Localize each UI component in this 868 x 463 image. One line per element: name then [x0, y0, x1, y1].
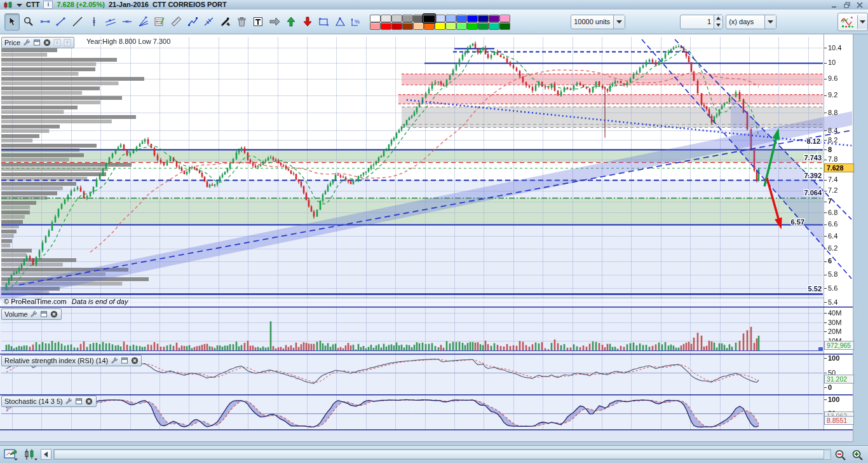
zoom-in-button[interactable]	[850, 448, 865, 462]
volume-detach-icon[interactable]	[40, 310, 48, 319]
color-swatch-1-12[interactable]	[499, 22, 510, 30]
last-price-axis-badge: 7.628	[824, 163, 854, 172]
color-swatch-1-10[interactable]	[478, 22, 489, 30]
color-swatch-0-6[interactable]	[435, 15, 445, 22]
rsi-panel-title: Relative strength index (RSI) (14)	[4, 357, 108, 364]
color-swatch-0-4[interactable]	[413, 15, 424, 22]
instrument-style-button[interactable]	[22, 448, 39, 462]
price-move-up-icon[interactable]	[63, 39, 71, 47]
fan-lines-tool-button[interactable]	[136, 13, 151, 31]
symbol-dropdown-icon[interactable]	[17, 3, 22, 7]
horizontal-line-tool-button[interactable]	[119, 13, 135, 31]
color-swatch-0-2[interactable]	[391, 15, 402, 22]
chart-style-caret-icon[interactable]	[857, 15, 867, 29]
color-swatch-0-7[interactable]	[445, 15, 456, 22]
color-swatch-0-5[interactable]	[423, 14, 436, 23]
price-close-icon[interactable]	[43, 39, 51, 47]
volume-settings-icon[interactable]	[30, 310, 38, 319]
period-caret-icon[interactable]	[764, 15, 776, 29]
text-tool-button[interactable]	[250, 13, 266, 31]
color-swatch-1-1[interactable]	[381, 22, 391, 30]
volume-close-icon[interactable]	[50, 310, 58, 319]
percent-retracement-tool-button[interactable]: %	[349, 13, 364, 31]
stochastic-close-icon[interactable]	[85, 397, 93, 406]
color-swatch-0-12[interactable]	[499, 15, 510, 22]
ruler-tool-button[interactable]	[168, 13, 184, 31]
horizontal-scrollbar[interactable]	[53, 449, 831, 460]
price-move-down-icon[interactable]	[53, 39, 61, 47]
stochastic-settings-icon[interactable]	[65, 397, 73, 406]
tools-settings-button[interactable]	[218, 13, 233, 31]
chart-canvas[interactable]	[0, 34, 853, 442]
price-range-info: Year:High 8.800 Low 7.300	[86, 38, 170, 45]
color-swatch-0-1[interactable]	[381, 15, 391, 22]
period-count-stepper[interactable]: 1	[680, 15, 723, 29]
rectangle-tool-button[interactable]	[316, 13, 332, 31]
chart-style-button[interactable]	[837, 13, 868, 31]
scrollbar-thumb[interactable]	[54, 450, 824, 459]
color-swatch-1-2[interactable]	[391, 22, 402, 30]
period-unit-select[interactable]: (x) days	[726, 15, 776, 29]
channel-tool-button[interactable]	[103, 13, 118, 31]
cursor-tool-button[interactable]	[4, 13, 20, 31]
last-price-label: 7.628 (+2.05%)	[57, 0, 105, 10]
period-count-arrows[interactable]	[714, 15, 722, 29]
color-swatch-1-8[interactable]	[456, 22, 467, 30]
units-select[interactable]: 10000 units	[571, 15, 625, 29]
color-swatch-1-0[interactable]	[370, 22, 381, 30]
fibonacci-retracement-tool-button[interactable]	[152, 13, 167, 31]
zoom-out-button[interactable]	[833, 448, 848, 462]
trendline-tool-button[interactable]	[70, 13, 85, 31]
scroll-left-button[interactable]	[41, 449, 51, 460]
triangle-tool-button[interactable]	[333, 13, 348, 31]
horizontal-segment-tool-button[interactable]	[37, 13, 53, 31]
color-swatch-1-5[interactable]	[424, 22, 435, 30]
color-swatch-0-0[interactable]	[370, 15, 381, 22]
last-stochastic-k-axis-badge: 8.8551	[824, 416, 854, 425]
color-swatch-0-8[interactable]	[456, 15, 467, 22]
rsi-close-icon[interactable]	[130, 357, 139, 365]
delete-tool-button[interactable]	[234, 13, 250, 31]
color-swatch-0-11[interactable]	[489, 15, 499, 22]
rsi-panel-header: Relative strength index (RSI) (14)	[1, 355, 142, 366]
arrow-up-tool-button[interactable]	[283, 13, 299, 31]
export-chart-button[interactable]	[3, 448, 20, 462]
rsi-settings-icon[interactable]	[110, 357, 118, 365]
stochastic-detach-icon[interactable]	[75, 397, 83, 406]
color-swatch-0-3[interactable]	[402, 15, 413, 22]
color-swatch-1-6[interactable]	[435, 22, 445, 30]
volume-panel-title: Volume	[4, 310, 28, 318]
color-swatch-0-9[interactable]	[467, 15, 478, 22]
rsi-detach-icon[interactable]	[120, 357, 128, 365]
segment-tool-button[interactable]	[53, 13, 69, 31]
spin-up-icon[interactable]	[714, 15, 722, 22]
spin-down-icon[interactable]	[714, 22, 722, 29]
pitchfork-tool-button[interactable]	[201, 13, 217, 31]
arrow-down-tool-button[interactable]	[300, 13, 315, 31]
last-rsi-axis-badge: 31.202	[824, 375, 854, 384]
price-settings-icon[interactable]	[22, 39, 31, 47]
color-swatch-0-10[interactable]	[478, 15, 489, 22]
color-swatch-1-3[interactable]	[402, 22, 413, 30]
color-swatch-1-9[interactable]	[467, 22, 478, 30]
date-label: 21-Jan-2016	[109, 0, 149, 10]
color-swatch-1-4[interactable]	[413, 22, 424, 30]
zigzag-tool-button[interactable]	[185, 13, 200, 31]
stochastic-panel-header: Stochastic (14 3 5)	[1, 396, 97, 407]
instrument-info-button[interactable]: i	[43, 1, 53, 9]
restore-button[interactable]	[843, 1, 851, 9]
zoom-tool-button[interactable]	[21, 13, 36, 31]
volume-panel-header: Volume	[1, 308, 62, 320]
right-margin-strip	[853, 34, 868, 442]
close-window-button[interactable]	[855, 1, 864, 9]
minimize-button[interactable]	[830, 1, 839, 9]
copyright-text: © ProRealTime.com	[4, 298, 67, 305]
vertical-line-tool-button[interactable]	[86, 13, 102, 31]
price-detach-icon[interactable]	[32, 39, 41, 47]
arrow-right-tool-button[interactable]	[267, 13, 282, 31]
window-controls	[830, 1, 868, 9]
color-swatch-1-7[interactable]	[445, 22, 456, 30]
units-caret-icon[interactable]	[613, 15, 625, 29]
symbol-label: CTT	[26, 0, 39, 10]
color-swatch-1-11[interactable]	[489, 22, 499, 30]
